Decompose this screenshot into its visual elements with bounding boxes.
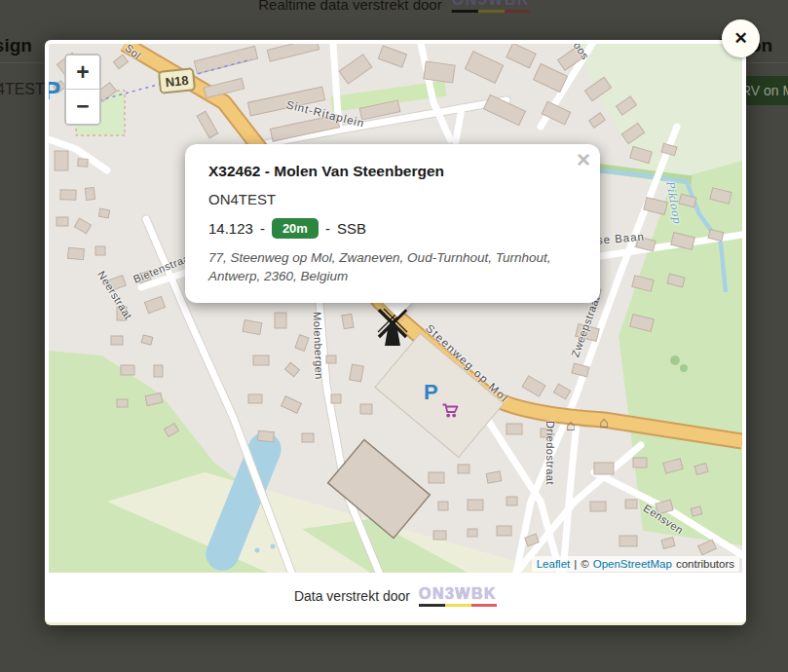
leaflet-map[interactable]: Sol Sint-Ritaplein Broos kse Baan Pikloo…	[49, 44, 742, 573]
mode-value: SSB	[337, 220, 366, 237]
parking-icon-left-edge: P	[49, 76, 60, 106]
contributors-text: contributors	[676, 558, 734, 570]
banner-text: Realtime data verstrekt door	[258, 0, 441, 13]
table-cell-callsign: ON4TEST	[0, 81, 45, 98]
popup-callsign: ON4TEST	[208, 191, 577, 207]
marker-popup: × X32462 - Molen Van Steenbergen ON4TEST…	[185, 144, 600, 303]
band-badge: 20m	[272, 218, 319, 239]
zoom-in-button[interactable]: +	[66, 56, 99, 90]
on3wbk-logo: ON3WBK	[419, 585, 497, 607]
modal-footer: Data verstrekt door ON3WBK	[45, 570, 746, 622]
modal-close-button[interactable]: ✕	[722, 19, 760, 57]
popup-frequency-line: 14.123 - 20m - SSB	[208, 218, 577, 239]
realtime-banner: Realtime data verstrekt door ON3WBK	[258, 0, 530, 13]
dash: -	[260, 220, 265, 237]
zoom-control: + −	[64, 54, 101, 126]
house-icon: ⌂	[599, 414, 609, 431]
column-header-callsign: Callsign	[0, 35, 32, 56]
house-icon: ⌂	[566, 417, 576, 434]
on3wbk-logo-dim: ON3WBK	[452, 0, 530, 13]
dash: -	[325, 220, 330, 237]
copyright-symbol: ©	[581, 558, 588, 570]
popup-title: X32462 - Molen Van Steenbergen	[208, 163, 577, 180]
popup-address: 77, Steenweg op Mol, Zwaneven, Oud-Turnh…	[208, 249, 577, 286]
footer-text: Data verstrekt door	[294, 588, 410, 604]
popup-close-icon[interactable]: ×	[577, 148, 590, 171]
frequency-value: 14.123	[208, 220, 253, 237]
parking-icon: P	[424, 380, 438, 405]
openstreetmap-link[interactable]: OpenStreetMap	[593, 558, 672, 570]
street-label-molenbergen: Molenbergen	[312, 312, 325, 380]
road-ref-badge-n18: N18	[158, 67, 196, 94]
attribution-divider: |	[574, 558, 577, 570]
street-label-driedostraat: Driedostraat	[544, 421, 556, 485]
map-modal: Sol Sint-Ritaplein Broos kse Baan Pikloo…	[45, 40, 746, 625]
map-attribution: Leaflet | © OpenStreetMap contributors	[532, 556, 739, 572]
screen: Realtime data verstrekt door ON3WBK Call…	[0, 0, 788, 672]
leaflet-link[interactable]: Leaflet	[537, 558, 571, 570]
zoom-out-button[interactable]: −	[66, 90, 99, 124]
